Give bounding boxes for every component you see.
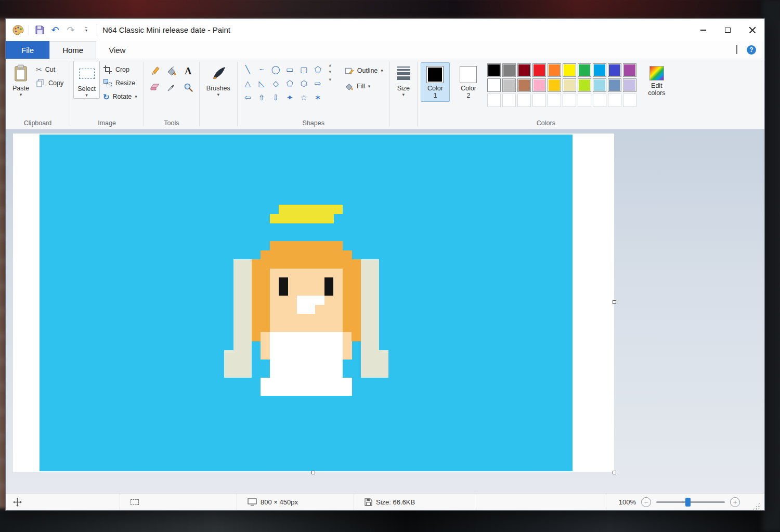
close-button[interactable] (740, 19, 764, 41)
shape-oval[interactable]: ◯ (269, 62, 283, 76)
pixel (333, 241, 343, 250)
shapes-scroll-down-button[interactable]: ▾ (329, 70, 331, 74)
save-button[interactable] (32, 22, 47, 38)
window-resize-grip[interactable] (752, 502, 760, 510)
shape-right-triangle[interactable]: ◺ (255, 76, 269, 90)
palette-swatch-empty[interactable] (502, 94, 516, 107)
shape-line[interactable]: ╲ (241, 62, 255, 76)
help-button[interactable]: ? (747, 45, 756, 55)
shape-triangle[interactable]: △ (241, 76, 255, 90)
palette-swatch[interactable] (548, 63, 561, 77)
maximize-button[interactable] (716, 19, 740, 41)
palette-swatch-empty[interactable] (532, 94, 546, 107)
pixel (270, 305, 279, 314)
customize-quick-access-button[interactable]: ▾ (79, 22, 94, 38)
paste-button[interactable]: Paste ▾ (9, 61, 33, 98)
palette-swatch[interactable] (532, 78, 546, 92)
shape-curve[interactable]: ~ (255, 62, 269, 76)
collapse-ribbon-button[interactable] (736, 46, 737, 54)
shape-pentagon[interactable]: ⬠ (283, 76, 297, 90)
fill-tool-button[interactable] (164, 64, 179, 78)
outline-button[interactable]: Outline ▾ (342, 64, 386, 77)
shape-four-point-star[interactable]: ✦ (283, 90, 297, 104)
zoom-out-button[interactable]: − (641, 497, 651, 507)
minimize-button[interactable] (691, 19, 716, 41)
shapes-more-button[interactable]: ▾ (329, 76, 331, 82)
drawing-surface[interactable] (40, 135, 573, 471)
shape-arrow-left[interactable]: ⇦ (241, 90, 255, 104)
cut-button[interactable]: ✂ Cut (33, 63, 67, 76)
palette-swatch-empty[interactable] (608, 94, 621, 107)
shape-hexagon[interactable]: ⬡ (297, 76, 311, 90)
palette-swatch[interactable] (502, 78, 516, 92)
eyedropper-tool-button[interactable] (164, 80, 179, 94)
palette-swatch-empty[interactable] (517, 94, 531, 107)
palette-swatch-empty[interactable] (593, 94, 606, 107)
pixel (324, 305, 334, 314)
rotate-button[interactable]: ↻ Rotate ▾ (100, 90, 140, 103)
canvas-resize-handle-bottom[interactable] (311, 471, 315, 474)
palette-swatch-empty[interactable] (548, 94, 561, 107)
palette-swatch[interactable] (502, 63, 516, 77)
redo-button[interactable]: ↷ (63, 22, 78, 38)
palette-swatch[interactable] (563, 78, 576, 92)
palette-swatch[interactable] (578, 63, 591, 77)
palette-swatch[interactable] (563, 63, 576, 77)
pixel (279, 241, 288, 250)
palette-swatch-empty[interactable] (578, 94, 591, 107)
palette-swatch[interactable] (593, 63, 606, 77)
crop-button[interactable]: Crop (100, 63, 140, 76)
canvas-resize-handle-right[interactable] (613, 300, 616, 304)
palette-swatch[interactable] (623, 78, 636, 92)
palette-swatch[interactable] (532, 63, 546, 77)
palette-swatch[interactable] (548, 78, 561, 92)
palette-swatch[interactable] (578, 78, 591, 92)
resize-button[interactable]: Resize (100, 76, 140, 90)
shape-arrow-up[interactable]: ⇧ (255, 90, 269, 104)
palette-swatch-empty[interactable] (563, 94, 576, 107)
edit-colors-button[interactable]: Edit colors (642, 62, 671, 99)
shape-arrow-down[interactable]: ⇩ (269, 90, 283, 104)
size-button[interactable]: Size ▾ (393, 61, 414, 98)
zoom-in-button[interactable]: + (730, 497, 740, 507)
zoom-slider[interactable] (656, 501, 725, 503)
zoom-slider-thumb[interactable] (685, 498, 691, 507)
image-group: Select ▾ Crop (70, 59, 144, 129)
shape-rounded-rectangle[interactable]: ▢ (297, 62, 311, 76)
pixel (261, 323, 270, 332)
tab-view[interactable]: View (96, 41, 138, 59)
canvas-resize-handle-corner[interactable] (613, 471, 616, 474)
brushes-button[interactable]: Brushes ▾ (203, 61, 234, 98)
undo-button[interactable]: ↶ (48, 22, 62, 38)
pixel (242, 341, 252, 351)
tab-home[interactable]: Home (49, 41, 96, 59)
shape-arrow-right[interactable]: ⇨ (311, 76, 325, 90)
color2-button[interactable]: Color 2 (454, 62, 483, 102)
palette-swatch-empty[interactable] (623, 94, 636, 107)
tab-file[interactable]: File (6, 41, 49, 59)
palette-swatch[interactable] (608, 78, 621, 92)
shape-fill-button[interactable]: Fill ▾ (342, 79, 386, 93)
pencil-tool-button[interactable] (148, 64, 162, 78)
magnifier-tool-button[interactable] (181, 80, 196, 94)
eraser-tool-button[interactable] (148, 80, 162, 94)
shape-diamond[interactable]: ◇ (269, 76, 283, 90)
select-button[interactable]: Select ▾ (73, 61, 100, 99)
copy-button[interactable]: Copy (33, 76, 67, 90)
text-tool-button[interactable]: A (181, 64, 196, 78)
shapes-scroll-up-button[interactable]: ▴ (329, 63, 331, 67)
color1-button[interactable]: Color 1 (421, 62, 450, 102)
palette-swatch[interactable] (487, 63, 501, 77)
palette-swatch[interactable] (517, 78, 531, 92)
palette-swatch[interactable] (517, 63, 531, 77)
shape-six-point-star[interactable]: ✶ (311, 90, 325, 104)
palette-swatch[interactable] (487, 78, 501, 92)
pixel (279, 350, 288, 360)
shape-rectangle[interactable]: ▭ (283, 62, 297, 76)
shape-five-point-star[interactable]: ☆ (297, 90, 311, 104)
shape-polygon[interactable]: ⬠ (311, 62, 325, 76)
palette-swatch[interactable] (623, 63, 636, 77)
palette-swatch-empty[interactable] (487, 94, 501, 107)
palette-swatch[interactable] (608, 63, 621, 77)
palette-swatch[interactable] (593, 78, 606, 92)
